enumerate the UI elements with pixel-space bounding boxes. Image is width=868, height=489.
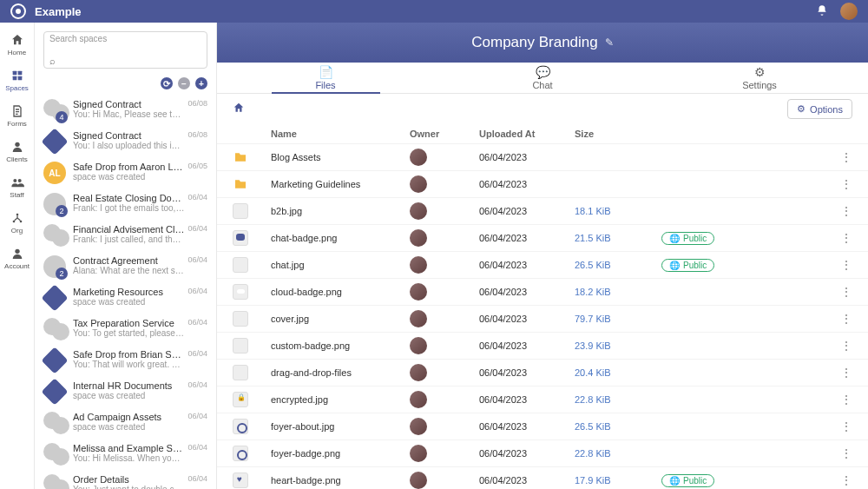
space-date: 06/04 (187, 287, 207, 295)
space-date: 06/04 (187, 224, 207, 233)
tab-files[interactable]: 📄Files (217, 63, 434, 93)
space-date: 06/04 (187, 318, 207, 327)
tab-settings[interactable]: ⚙Settings (651, 63, 868, 93)
row-menu-icon[interactable]: ⋮ (818, 339, 852, 353)
files-grid: Name Owner Uploaded At Size Blog Assets0… (217, 124, 868, 489)
owner-avatar (410, 337, 427, 354)
file-name: custom-badge.png (271, 340, 410, 351)
row-menu-icon[interactable]: ⋮ (818, 231, 852, 245)
row-menu-icon[interactable]: ⋮ (818, 366, 852, 380)
row-menu-icon[interactable]: ⋮ (818, 285, 852, 299)
row-menu-icon[interactable]: ⋮ (818, 473, 852, 487)
rail-item-org[interactable]: Org (0, 206, 34, 240)
search-input[interactable] (49, 43, 201, 56)
edit-icon[interactable]: ✎ (605, 36, 614, 49)
space-action-remove[interactable]: − (178, 77, 190, 89)
table-row[interactable]: encrypted.jpg06/04/202322.8 KiB⋮ (217, 386, 868, 413)
tab-icon: 📄 (319, 65, 333, 79)
space-item[interactable]: 4Signed ContractYou: Hi Mac, Please see … (35, 95, 216, 126)
file-uploaded: 06/04/2023 (479, 179, 575, 189)
owner-avatar (410, 283, 427, 301)
row-menu-icon[interactable]: ⋮ (818, 177, 852, 191)
row-menu-icon[interactable]: ⋮ (818, 258, 852, 272)
file-uploaded: 06/04/2023 (479, 260, 575, 270)
col-size: Size (575, 129, 661, 139)
table-row[interactable]: Marketing Guidelines06/04/2023⋮ (217, 170, 868, 197)
space-title: Signed Contract (73, 99, 184, 109)
rail-item-clients[interactable]: Clients (0, 135, 34, 169)
space-title: Signed Contract (73, 130, 184, 141)
rail-item-account[interactable]: Account (0, 241, 34, 275)
table-row[interactable]: custom-badge.png06/04/202323.9 KiB⋮ (217, 332, 868, 359)
table-row[interactable]: chat-badge.png06/04/202321.5 KiB🌐Public⋮ (217, 224, 868, 251)
table-row[interactable]: cloud-badge.png06/04/202318.2 KiB⋮ (217, 278, 868, 305)
col-uploaded: Uploaded At (479, 129, 575, 139)
file-uploaded: 06/04/2023 (479, 421, 575, 432)
account-icon (10, 247, 24, 261)
rail-item-staff[interactable]: Staff (0, 170, 34, 204)
file-uploaded: 06/04/2023 (479, 287, 575, 297)
space-title: Marketing Resources (73, 287, 184, 297)
space-item[interactable]: ALSafe Drop from Aaron Laceyspace was cr… (35, 157, 216, 188)
options-button[interactable]: ⚙ Options (787, 99, 852, 119)
folder-icon (233, 176, 248, 192)
rail-label: Spaces (5, 84, 29, 92)
row-menu-icon[interactable]: ⋮ (818, 420, 852, 433)
space-item[interactable]: Marketing Resourcesspace was created06/0… (35, 282, 216, 314)
space-item[interactable]: Order DetailsYou: Just want to double ch… (35, 470, 216, 489)
bell-icon[interactable] (816, 4, 828, 19)
owner-avatar (410, 149, 427, 166)
public-badge: 🌐Public (661, 259, 714, 272)
table-row[interactable]: foyer-about.jpg06/04/202326.5 KiB⋮ (217, 413, 868, 439)
space-item[interactable]: Safe Drop from Brian SmithYou: That will… (35, 345, 216, 376)
space-item[interactable]: Tax Preparation ServiceYou: To get start… (35, 314, 216, 345)
space-action-refresh[interactable]: ⟳ (161, 77, 173, 89)
row-menu-icon[interactable]: ⋮ (818, 446, 852, 460)
space-title: Melissa and Example Staff (73, 443, 184, 453)
app-name: Example (35, 5, 81, 18)
rail-item-home[interactable]: Home (0, 28, 34, 62)
tab-chat[interactable]: 💬Chat (434, 63, 651, 93)
file-name: Blog Assets (271, 152, 410, 162)
space-item[interactable]: 2Contract AgreementAlana: What are the n… (35, 251, 216, 282)
tab-icon: ⚙ (754, 65, 766, 79)
rail-item-spaces[interactable]: Spaces (0, 63, 34, 97)
table-row[interactable]: chat.jpg06/04/202326.5 KiB🌐Public⋮ (217, 251, 868, 278)
space-action-add[interactable]: + (195, 77, 207, 89)
table-row[interactable]: heart-badge.png06/04/202317.9 KiB🌐Public… (217, 466, 868, 489)
table-row[interactable]: b2b.jpg06/04/202318.1 KiB⋮ (217, 197, 868, 224)
owner-avatar (410, 202, 427, 220)
table-row[interactable]: foyer-badge.png06/04/202322.8 KiB⋮ (217, 439, 868, 466)
space-item[interactable]: Ad Campaign Assetsspace was created06/04 (35, 407, 216, 439)
space-item[interactable]: Signed ContractYou: I also uploaded this… (35, 126, 216, 157)
svg-point-8 (12, 221, 15, 223)
space-item[interactable]: 2Real Estate Closing DocumentsFrank: I g… (35, 188, 216, 220)
search-spaces[interactable]: Search spaces ⌕ (43, 31, 207, 69)
search-icon: ⌕ (49, 56, 56, 66)
org-icon (10, 211, 24, 225)
row-menu-icon[interactable]: ⋮ (818, 393, 852, 406)
space-item[interactable]: Financial Advisement ClientsFrank: I jus… (35, 220, 216, 251)
table-row[interactable]: Blog Assets06/04/2023⋮ (217, 143, 868, 170)
row-menu-icon[interactable]: ⋮ (818, 204, 852, 218)
rail-label: Home (8, 49, 26, 56)
rail-item-forms[interactable]: Forms (0, 99, 34, 133)
app-logo[interactable] (10, 3, 26, 19)
space-subtitle: You: Hi Mac, Please see the contract att… (73, 109, 184, 119)
space-subtitle: space was created (73, 391, 184, 400)
owner-avatar (410, 445, 427, 462)
space-subtitle: Frank: I got the emails too, and signed.… (73, 203, 184, 213)
owner-avatar (410, 175, 427, 193)
search-label: Search spaces (49, 34, 107, 43)
row-menu-icon[interactable]: ⋮ (818, 312, 852, 326)
table-row[interactable]: drag-and-drop-files06/04/202320.4 KiB⋮ (217, 359, 868, 386)
space-item[interactable]: Melissa and Example StaffYou: Hi Melissa… (35, 439, 216, 470)
file-thumbnail (233, 419, 248, 434)
row-menu-icon[interactable]: ⋮ (818, 150, 852, 164)
breadcrumb-home-icon[interactable] (233, 102, 245, 116)
space-title: Internal HR Documents (73, 380, 184, 391)
table-row[interactable]: cover.jpg06/04/202379.7 KiB⋮ (217, 305, 868, 332)
space-date: 06/04 (187, 255, 207, 264)
user-avatar[interactable] (840, 3, 858, 20)
space-item[interactable]: Internal HR Documentsspace was created06… (35, 376, 216, 407)
